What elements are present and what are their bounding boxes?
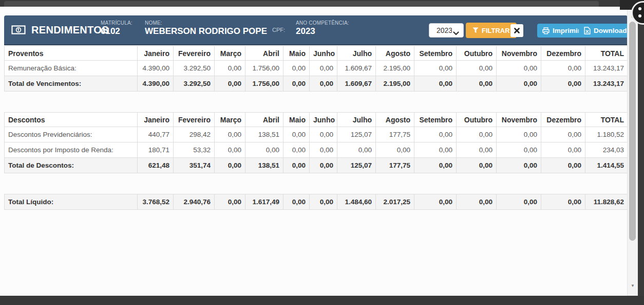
value-cell: 0,00: [541, 127, 585, 142]
value-cell: 2.195,00: [376, 76, 414, 92]
value-cell: 0,00: [215, 61, 245, 76]
column-header: Maio: [283, 46, 310, 61]
value-cell: 138,51: [245, 158, 283, 173]
column-header: Dezembro: [541, 46, 585, 61]
filtrar-button[interactable]: FILTRAR: [466, 23, 517, 38]
column-header: Abril: [245, 113, 283, 127]
imprimir-button[interactable]: Imprimir: [537, 24, 585, 38]
value-cell: 0,00: [497, 127, 541, 142]
value-cell: 0,00: [414, 142, 457, 158]
value-cell: 0,00: [541, 142, 585, 158]
brand: RENDIMENTOS: [11, 15, 109, 44]
value-cell: 0,00: [414, 158, 457, 173]
nome-label: NOME:: [145, 20, 267, 26]
value-cell: 0,00: [245, 142, 283, 158]
value-cell: 0,00: [337, 142, 376, 158]
value-cell: 0,00: [283, 76, 310, 92]
value-cell: 177,75: [376, 158, 414, 173]
value-cell: 138,51: [245, 127, 283, 142]
column-header: Julho: [337, 113, 376, 127]
value-cell: 0,00: [457, 158, 497, 173]
row-label: Total Líquido:: [5, 194, 138, 210]
value-cell: 0,00: [310, 76, 337, 92]
column-header: Agosto: [376, 113, 414, 127]
value-cell: 0,00: [215, 127, 245, 142]
vertical-scrollbar[interactable]: ▲ ▼: [627, 7, 638, 296]
column-header: Novembro: [497, 113, 541, 127]
value-cell: 13.243,17: [585, 61, 628, 76]
value-cell: 0,00: [497, 61, 541, 76]
value-cell: 0,00: [541, 194, 585, 210]
row-label: Total de Descontos:: [5, 158, 138, 173]
value-cell: 0,00: [414, 61, 457, 76]
value-cell: 3.292,50: [174, 76, 215, 92]
download-button[interactable]: Download: [579, 24, 632, 38]
value-cell: 125,07: [337, 127, 376, 142]
table-row: Descontos Previdenciários:440,77298,420,…: [5, 127, 628, 142]
column-header: Setembro: [414, 113, 457, 127]
excel-file-icon: [584, 27, 591, 34]
table-row: Total Líquido:3.768,522.940,760,001.617,…: [5, 194, 628, 210]
value-cell: 0,00: [497, 76, 541, 92]
section-title: Proventos: [5, 46, 138, 61]
section-table: Total Líquido:3.768,522.940,760,001.617,…: [4, 194, 628, 210]
value-cell: 1.180,52: [585, 127, 628, 142]
value-cell: 1.609,67: [337, 76, 376, 92]
value-cell: 0,00: [541, 61, 585, 76]
value-cell: 0,00: [283, 127, 310, 142]
table-row: Total de Vencimentos:4.390,003.292,500,0…: [5, 76, 628, 92]
scrollbar-thumb[interactable]: [629, 22, 636, 241]
value-cell: 0,00: [376, 142, 414, 158]
value-cell: 1.609,67: [337, 61, 376, 76]
value-cell: 0,00: [310, 61, 337, 76]
value-cell: 1.484,60: [337, 194, 376, 210]
value-cell: 0,00: [541, 76, 585, 92]
ano-competencia-value: 2023: [296, 26, 349, 37]
value-cell: 125,07: [337, 158, 376, 173]
column-header: Dezembro: [541, 113, 585, 127]
overlay-dot-icon: [638, 7, 641, 10]
value-cell: 3.292,50: [174, 61, 215, 76]
column-header: Setembro: [414, 46, 457, 61]
value-cell: 621,48: [138, 158, 174, 173]
tables-area: ProventosJaneiroFevereiroMarçoAbrilMaioJ…: [4, 46, 628, 230]
page-content: RENDIMENTOS MATRÍCULA: 6102 NOME: WEBERS…: [0, 7, 638, 296]
imprimir-label: Imprimir: [553, 27, 580, 34]
clear-filter-button[interactable]: [510, 24, 523, 37]
value-cell: 1.617,49: [245, 194, 283, 210]
nome-field: NOME: WEBERSON RODRIGO POPE: [145, 20, 267, 37]
page-title: RENDIMENTOS: [31, 24, 109, 36]
value-cell: 440,77: [138, 127, 174, 142]
column-header: Maio: [283, 113, 310, 127]
scroll-down-arrow-icon[interactable]: ▼: [628, 283, 638, 289]
row-label: Total de Vencimentos:: [5, 76, 138, 92]
window-right-edge: [638, 0, 644, 305]
value-cell: 0,00: [215, 194, 245, 210]
column-header: Junho: [310, 113, 337, 127]
window-bottom-bar: [0, 296, 644, 305]
value-cell: 0,00: [414, 194, 457, 210]
ano-competencia-field: ANO COMPETÊNCIA: 2023: [296, 20, 349, 37]
table-row: Total de Descontos:621,48351,740,00138,5…: [5, 158, 628, 173]
value-cell: 0,00: [414, 76, 457, 92]
value-cell: 180,71: [138, 142, 174, 158]
value-cell: 0,00: [283, 194, 310, 210]
value-cell: 0,00: [310, 194, 337, 210]
table-row: Descontos por Imposto de Renda:180,7153,…: [5, 142, 628, 158]
section-table: DescontosJaneiroFevereiroMarçoAbrilMaioJ…: [4, 112, 628, 173]
value-cell: 0,00: [497, 142, 541, 158]
column-header: Julho: [337, 46, 376, 61]
value-cell: 177,75: [376, 127, 414, 142]
value-cell: 0,00: [457, 61, 497, 76]
value-cell: 0,00: [215, 142, 245, 158]
nome-value: WEBERSON RODRIGO POPE: [145, 26, 267, 37]
matricula-value: 6102: [101, 26, 132, 37]
value-cell: 0,00: [283, 61, 310, 76]
header-row: DescontosJaneiroFevereiroMarçoAbrilMaioJ…: [5, 113, 628, 127]
value-cell: 0,00: [497, 158, 541, 173]
cpf-label: CPF:: [272, 15, 285, 44]
column-header: TOTAL: [585, 46, 628, 61]
year-select[interactable]: 2023: [429, 23, 464, 38]
value-cell: 0,00: [310, 127, 337, 142]
column-header: Outubro: [457, 113, 497, 127]
